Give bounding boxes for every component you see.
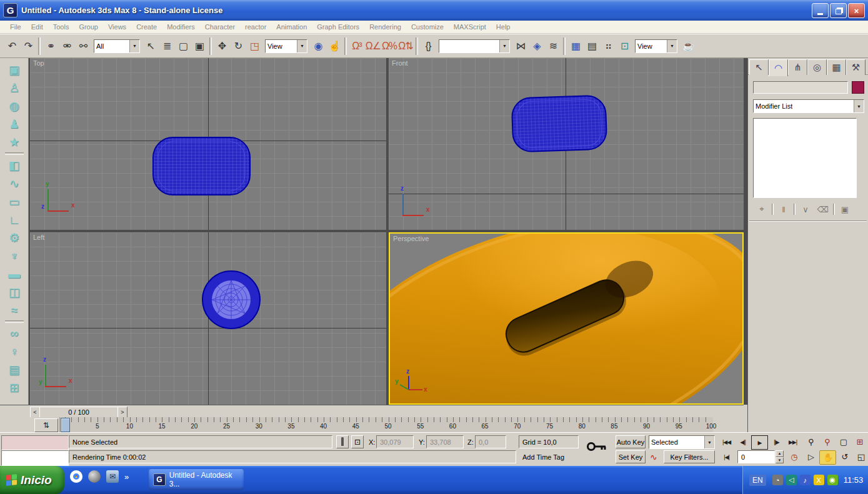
reactor-rigid-body-collection-icon[interactable]: ▣ xyxy=(4,61,25,79)
key-set-arrow-icon[interactable]: ▼ xyxy=(704,436,714,448)
reactor-soft-body-collection-icon[interactable]: ◍ xyxy=(4,97,25,115)
maxscript-mini-listener[interactable] xyxy=(1,450,69,466)
configure-modifier-sets-icon[interactable]: ▣ xyxy=(837,203,852,215)
menu-reactor[interactable]: reactor xyxy=(240,22,271,32)
menu-rendering[interactable]: Rendering xyxy=(364,22,406,32)
menu-group[interactable]: Group xyxy=(74,22,103,32)
arc-rotate-icon[interactable]: ↺ xyxy=(837,450,852,463)
reactor-hinge-icon[interactable]: ∟ xyxy=(4,210,25,229)
key-mode-toggle[interactable]: |◀| xyxy=(719,450,734,463)
reactor-water-icon[interactable]: ≈ xyxy=(4,301,25,319)
unlink-selection-icon[interactable]: ⚮ xyxy=(59,37,75,56)
reactor-constraint-icon[interactable]: ⊞ xyxy=(4,378,25,397)
media-player-icon[interactable] xyxy=(88,470,101,483)
tab-display[interactable]: ▦ xyxy=(827,59,846,75)
angle-snap-toggle-icon[interactable]: Ω∠ xyxy=(365,37,381,56)
zoom-extents-all-icon[interactable]: ⊞ xyxy=(852,435,867,448)
tray-media-icon[interactable]: ◁ xyxy=(786,475,797,485)
select-object-icon[interactable]: ↖ xyxy=(142,37,159,56)
reactor-plane-icon[interactable]: ◧ xyxy=(4,156,25,174)
menu-graph-editors[interactable]: Graph Editors xyxy=(312,22,364,32)
fov-zoom-region-icon[interactable]: ▷ xyxy=(803,450,819,463)
menu-help[interactable]: Help xyxy=(491,22,516,32)
reactor-toy-car-icon[interactable]: ▬ xyxy=(4,265,25,283)
rectangular-selection-region-icon[interactable]: ▢ xyxy=(175,37,191,56)
tray-display-icon[interactable]: ◉ xyxy=(827,475,838,485)
reactor-wind-icon[interactable]: ♆ xyxy=(4,247,25,265)
menu-animation[interactable]: Animation xyxy=(271,22,312,32)
wireframe-object-left[interactable] xyxy=(30,232,386,405)
next-frame-icon[interactable]: ||▶ xyxy=(769,435,784,448)
named-selection-sets-combo[interactable]: ▼ xyxy=(439,39,510,53)
title-bar[interactable]: G Untitled - Autodesk 3ds Max 8 - Stand-… xyxy=(0,0,868,21)
default-in-out-tangents-icon[interactable]: ∿ xyxy=(650,450,657,463)
mini-curve-editor-button[interactable]: ⇅ xyxy=(34,418,58,432)
reactor-capsule-icon[interactable]: ▭ xyxy=(4,192,25,210)
zoom-all-icon[interactable]: ⚲ xyxy=(819,435,835,448)
align-icon[interactable]: ◈ xyxy=(529,37,545,56)
selection-filter-combo[interactable]: All▼ xyxy=(94,39,140,53)
go-to-start-icon[interactable]: |◀◀ xyxy=(719,435,734,448)
go-to-end-icon[interactable]: ▶▶| xyxy=(785,435,801,448)
tab-utilities[interactable]: ⚒ xyxy=(846,59,866,75)
reactor-fracture-icon[interactable]: ◫ xyxy=(4,283,25,301)
set-key-button[interactable]: Set Key xyxy=(616,450,646,463)
quick-launch-more-chevron[interactable]: » xyxy=(124,472,129,482)
menu-customize[interactable]: Customize xyxy=(406,22,449,32)
restore-button[interactable] xyxy=(830,3,847,18)
window-crossing-toggle-icon[interactable]: ▣ xyxy=(191,37,207,56)
play-animation-icon[interactable]: ▶ xyxy=(751,435,768,450)
tab-modify[interactable]: ◠ xyxy=(769,59,788,76)
percent-snap-toggle-icon[interactable]: Ω% xyxy=(381,37,397,56)
current-frame-field[interactable]: 0 xyxy=(737,450,775,463)
auto-key-button[interactable]: Auto Key xyxy=(616,435,646,448)
tab-motion[interactable]: ◎ xyxy=(807,59,827,75)
render-scene-icon[interactable]: ⊡ xyxy=(616,37,632,56)
make-unique-icon[interactable]: ∨ xyxy=(798,203,813,215)
menu-views[interactable]: Views xyxy=(103,22,131,32)
absolute-offset-toggle[interactable]: ⊡ xyxy=(351,435,364,448)
reactor-ragdoll-icon[interactable]: ♀ xyxy=(4,342,25,360)
select-and-manipulate-icon[interactable]: ☝ xyxy=(326,37,342,56)
tray-xgi-icon[interactable]: X xyxy=(814,475,824,485)
reactor-cloth-collection-icon[interactable]: ♙ xyxy=(4,79,25,97)
viewport-top[interactable]: Top y z x xyxy=(30,58,386,230)
render-type-combo[interactable]: View▼ xyxy=(635,39,677,53)
zoom-extents-icon[interactable]: ▢ xyxy=(836,435,851,448)
select-and-move-icon[interactable]: ✥ xyxy=(214,37,230,56)
pin-stack-icon[interactable]: ⌖ xyxy=(754,203,769,215)
menu-maxscript[interactable]: MAXScript xyxy=(449,22,491,32)
show-end-result-icon[interactable]: ‖ xyxy=(776,203,791,215)
viewport-front[interactable]: Front z x xyxy=(389,58,744,230)
quick-render-icon[interactable]: ☕ xyxy=(680,37,696,56)
redo-icon[interactable]: ↷ xyxy=(20,37,36,56)
viewport-left[interactable]: Left z y x xyxy=(30,232,386,405)
use-pivot-point-center-icon[interactable]: ◉ xyxy=(310,37,326,56)
y-coord-field[interactable]: 33,708 xyxy=(426,435,464,448)
mail-icon[interactable]: ✉ xyxy=(106,470,119,483)
curve-editor-icon[interactable]: ▦ xyxy=(567,37,584,56)
pan-view-icon[interactable]: ✋ xyxy=(819,450,836,465)
tab-create[interactable]: ↖ xyxy=(749,59,769,75)
select-and-rotate-icon[interactable]: ↻ xyxy=(230,37,246,56)
reactor-wall-icon[interactable]: ▤ xyxy=(4,360,25,378)
menu-file[interactable]: File xyxy=(5,22,26,32)
start-button[interactable]: Inicio xyxy=(0,466,64,494)
zoom-icon[interactable]: ⚲ xyxy=(803,435,819,448)
time-configuration-button[interactable]: ◷ xyxy=(786,450,802,463)
select-by-name-icon[interactable]: ≣ xyxy=(159,37,175,56)
shaded-mouse-object[interactable]: z x y xyxy=(390,234,742,403)
add-time-tag[interactable]: Add Time Tag xyxy=(522,450,564,463)
named-selection-sets-combo-arrow-icon[interactable]: ▼ xyxy=(499,40,509,52)
spinner-down-icon[interactable]: ▼ xyxy=(776,457,784,464)
remove-modifier-icon[interactable]: ⌫ xyxy=(816,203,831,215)
modifier-stack-list[interactable] xyxy=(753,118,857,198)
z-coord-field[interactable]: 0,0 xyxy=(475,435,506,448)
previous-frame-icon[interactable]: ◀|| xyxy=(735,435,751,448)
viewport-perspective[interactable]: Perspective xyxy=(389,232,744,405)
select-and-scale-icon[interactable]: ◳ xyxy=(246,37,262,56)
time-slider[interactable]: 0 / 100 xyxy=(39,407,118,418)
undo-icon[interactable]: ↶ xyxy=(4,37,20,56)
menu-tools[interactable]: Tools xyxy=(48,22,74,32)
menu-modifiers[interactable]: Modifiers xyxy=(162,22,200,32)
